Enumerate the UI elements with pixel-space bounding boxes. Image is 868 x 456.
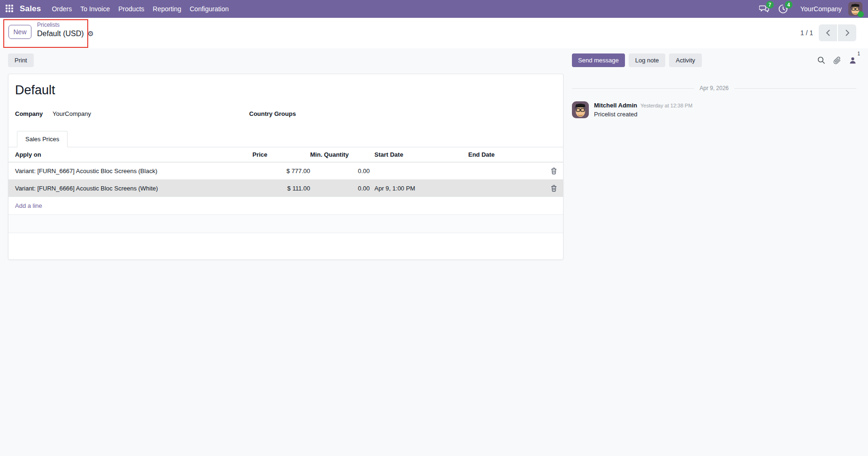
column-header-delete xyxy=(543,147,563,162)
search-icon xyxy=(817,56,825,64)
gear-icon[interactable]: ⚙ xyxy=(88,30,94,37)
company-switcher[interactable]: YourCompany xyxy=(800,5,842,13)
user-avatar[interactable] xyxy=(848,2,862,16)
form-sheet: Default Company YourCompany Country Grou… xyxy=(8,74,563,260)
pager-counter: 1 / 1 xyxy=(800,29,813,37)
cell-start-date[interactable] xyxy=(370,162,464,180)
menu-reporting[interactable]: Reporting xyxy=(149,0,186,18)
app-name[interactable]: Sales xyxy=(19,4,47,14)
cell-apply-on[interactable]: Variant: [FURN_6666] Acoustic Bloc Scree… xyxy=(8,180,252,197)
cell-min-quantity[interactable]: 0.00 xyxy=(310,180,370,197)
pager-next-button[interactable] xyxy=(838,24,856,41)
add-a-line-link[interactable]: Add a line xyxy=(8,202,42,209)
column-header-apply-on[interactable]: Apply on xyxy=(8,147,252,162)
paperclip-icon xyxy=(833,56,841,65)
table-row: Variant: [FURN_6667] Acoustic Bloc Scree… xyxy=(8,162,563,180)
cell-delete xyxy=(543,180,563,197)
menu-configuration[interactable]: Configuration xyxy=(185,0,233,18)
pager-previous-button[interactable] xyxy=(819,24,837,41)
tab-sales-prices[interactable]: Sales Prices xyxy=(17,131,68,147)
notebook-tabs: Sales Prices xyxy=(8,131,563,147)
messages-icon[interactable]: 7 xyxy=(758,3,770,15)
form-panel: Print Default Company YourCompany Countr… xyxy=(0,48,572,456)
control-panel: New Pricelists Default (USD) ⚙ 1 / 1 xyxy=(0,18,868,48)
column-header-start-date[interactable]: Start Date xyxy=(370,147,464,162)
column-header-min-quantity[interactable]: Min. Quantity xyxy=(310,147,370,162)
message-timestamp: Yesterday at 12:38 PM xyxy=(640,103,693,108)
print-button[interactable]: Print xyxy=(8,53,34,67)
pricelist-items-table: Apply on Price Min. Quantity Start Date … xyxy=(8,147,563,215)
online-status-dot xyxy=(858,11,864,17)
chevron-right-icon xyxy=(845,30,850,36)
chatter-message: Mitchell Admin Yesterday at 12:38 PM Pri… xyxy=(572,101,856,118)
country-groups-label: Country Groups xyxy=(249,110,296,117)
column-header-price[interactable]: Price xyxy=(252,147,310,162)
menu-orders[interactable]: Orders xyxy=(47,0,76,18)
company-value[interactable]: YourCompany xyxy=(53,110,91,117)
log-note-button[interactable]: Log note xyxy=(629,53,666,67)
trash-icon xyxy=(551,167,557,175)
activities-icon[interactable]: 4 xyxy=(777,3,789,15)
chevron-left-icon xyxy=(826,30,830,36)
cell-end-date[interactable] xyxy=(464,180,543,197)
cell-apply-on[interactable]: Variant: [FURN_6667] Acoustic Bloc Scree… xyxy=(8,162,252,180)
pricelist-name-field[interactable]: Default xyxy=(15,83,563,98)
cell-end-date[interactable] xyxy=(464,162,543,180)
activities-badge: 4 xyxy=(785,1,792,8)
cell-start-date[interactable]: Apr 9, 1:00 PM xyxy=(370,180,464,197)
cell-delete xyxy=(543,162,563,180)
delete-row-button[interactable] xyxy=(550,184,558,193)
breadcrumb: Pricelists Default (USD) ⚙ xyxy=(37,21,94,38)
chatter-panel: Send message Log note Activity xyxy=(572,48,868,456)
follower-person-icon xyxy=(849,57,856,64)
company-label: Company xyxy=(15,110,46,117)
cell-min-quantity[interactable]: 0.00 xyxy=(310,162,370,180)
followers-button[interactable]: 1 xyxy=(849,57,856,64)
menu-products[interactable]: Products xyxy=(114,0,148,18)
message-author-avatar xyxy=(572,101,589,118)
message-body: Pricelist created xyxy=(594,111,693,118)
send-message-button[interactable]: Send message xyxy=(572,53,625,67)
table-header-row: Apply on Price Min. Quantity Start Date … xyxy=(8,147,563,162)
trash-icon xyxy=(551,185,557,192)
add-line-row: Add a line xyxy=(8,197,563,215)
breadcrumb-current-record: Default (USD) xyxy=(37,29,84,38)
date-separator: Apr 9, 2026 xyxy=(572,85,856,91)
activity-button[interactable]: Activity xyxy=(669,53,701,67)
date-separator-label: Apr 9, 2026 xyxy=(700,85,729,91)
new-button[interactable]: New xyxy=(8,25,31,39)
attach-files-button[interactable] xyxy=(833,56,841,65)
message-author-name[interactable]: Mitchell Admin xyxy=(594,102,637,109)
apps-grid-icon[interactable] xyxy=(6,5,14,13)
breadcrumb-pricelists-link[interactable]: Pricelists xyxy=(37,21,94,29)
search-messages-button[interactable] xyxy=(817,56,825,64)
table-row: Variant: [FURN_6666] Acoustic Bloc Scree… xyxy=(8,180,563,197)
delete-row-button[interactable] xyxy=(550,167,558,175)
empty-table-row xyxy=(8,215,563,233)
menu-to-invoice[interactable]: To Invoice xyxy=(76,0,114,18)
messages-badge: 7 xyxy=(766,1,774,8)
cell-price[interactable]: $ 111.00 xyxy=(252,180,310,197)
content-area: Print Default Company YourCompany Countr… xyxy=(0,48,868,456)
cell-price[interactable]: $ 777.00 xyxy=(252,162,310,180)
top-navbar: Sales Orders To Invoice Products Reporti… xyxy=(0,0,868,18)
pager: 1 / 1 xyxy=(800,24,856,41)
column-header-end-date[interactable]: End Date xyxy=(464,147,543,162)
